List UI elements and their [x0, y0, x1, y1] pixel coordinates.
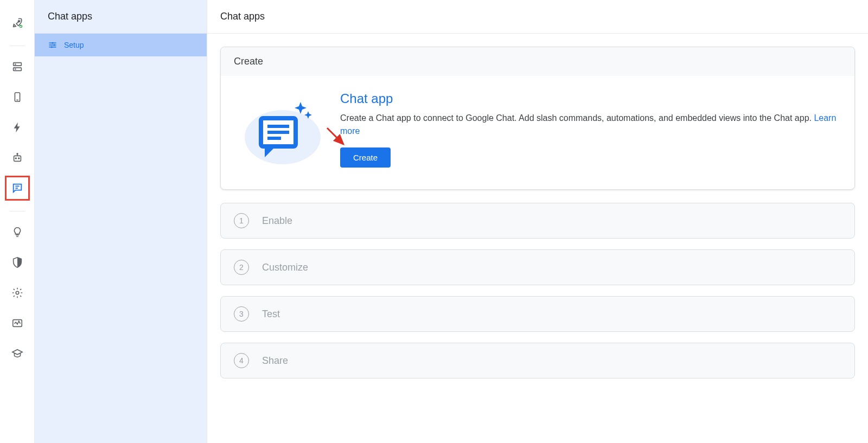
svg-rect-22 — [267, 125, 289, 128]
svg-point-19 — [51, 46, 53, 48]
svg-rect-2 — [13, 63, 21, 66]
database-icon[interactable] — [5, 55, 29, 79]
robot-icon[interactable] — [5, 146, 29, 170]
svg-rect-23 — [267, 131, 289, 134]
step-test[interactable]: 3 Test — [220, 296, 855, 332]
sidebar-title: Chat apps — [35, 0, 207, 34]
step-label: Customize — [262, 262, 308, 273]
chat-icon[interactable] — [5, 176, 29, 200]
svg-rect-8 — [14, 156, 21, 161]
svg-point-9 — [15, 158, 16, 159]
icon-rail — [0, 0, 35, 443]
step-label: Test — [262, 309, 280, 320]
page-title: Chat apps — [207, 0, 868, 34]
svg-point-4 — [15, 64, 15, 65]
gear-icon[interactable] — [5, 281, 29, 305]
create-card-body: Chat app Create a Chat app to connect to… — [221, 76, 854, 189]
create-desc-text: Create a Chat app to connect to Google C… — [340, 113, 814, 123]
chat-illustration — [234, 91, 331, 167]
activity-icon[interactable] — [5, 311, 29, 335]
svg-point-18 — [54, 44, 55, 46]
rocket-icon[interactable] — [5, 11, 29, 35]
svg-point-17 — [52, 42, 54, 44]
rail-divider — [10, 211, 25, 211]
graduation-icon[interactable] — [5, 342, 29, 365]
step-label: Share — [262, 355, 288, 367]
create-section-title: Create — [221, 47, 854, 76]
create-card: Create — [220, 47, 855, 190]
main-content: Chat apps Create — [207, 0, 868, 443]
step-number: 2 — [234, 260, 249, 275]
step-number: 1 — [234, 213, 249, 228]
step-enable[interactable]: 1 Enable — [220, 203, 855, 239]
svg-point-0 — [18, 21, 20, 22]
sidebar-item-label: Setup — [64, 41, 84, 49]
svg-point-10 — [18, 158, 19, 159]
step-customize[interactable]: 2 Customize — [220, 249, 855, 285]
step-label: Enable — [262, 215, 292, 227]
main-body: Create — [207, 34, 868, 402]
sidebar-item-setup[interactable]: Setup — [35, 34, 207, 56]
svg-point-12 — [17, 153, 18, 155]
rail-divider — [10, 46, 25, 46]
svg-rect-3 — [13, 68, 21, 70]
svg-point-5 — [15, 69, 15, 69]
lightbulb-icon[interactable] — [5, 220, 29, 244]
step-share[interactable]: 4 Share — [220, 343, 855, 378]
create-button[interactable]: Create — [340, 147, 391, 168]
secondary-sidebar: Chat apps Setup — [35, 0, 207, 443]
mobile-icon[interactable] — [5, 85, 29, 109]
step-number: 4 — [234, 353, 249, 368]
create-description: Create a Chat app to connect to Google C… — [340, 112, 841, 138]
step-number: 3 — [234, 306, 249, 322]
shield-icon[interactable] — [5, 251, 29, 274]
svg-point-15 — [16, 291, 19, 294]
create-details: Chat app Create a Chat app to connect to… — [331, 91, 841, 168]
bolt-icon[interactable] — [5, 115, 29, 139]
create-heading: Chat app — [340, 91, 841, 106]
sliders-icon — [48, 40, 58, 50]
svg-rect-24 — [267, 137, 281, 140]
